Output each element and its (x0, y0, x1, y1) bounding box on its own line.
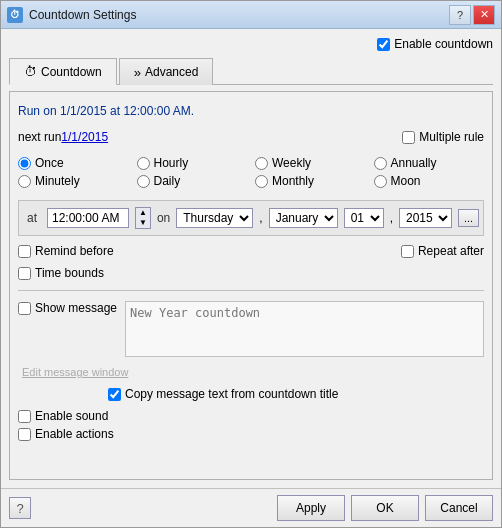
time-spin-up[interactable]: ▲ (136, 208, 150, 218)
close-button[interactable]: ✕ (473, 5, 495, 25)
ellipsis-button[interactable]: ... (458, 209, 479, 227)
comma1: , (259, 211, 262, 225)
title-bar: ⏱ Countdown Settings ? ✕ (1, 1, 501, 29)
show-message-checkbox[interactable] (18, 302, 31, 315)
next-run-date-link[interactable]: 1/1/2015 (61, 130, 108, 144)
month-select[interactable]: January (269, 208, 338, 228)
main-panel: Run on 1/1/2015 at 12:00:00 AM. next run… (9, 91, 493, 480)
cancel-button[interactable]: Cancel (425, 495, 493, 521)
enable-countdown-label[interactable]: Enable countdown (377, 37, 493, 51)
ok-button[interactable]: OK (351, 495, 419, 521)
radio-once[interactable]: Once (18, 156, 129, 170)
radio-hourly-input[interactable] (137, 157, 150, 170)
apply-button[interactable]: Apply (277, 495, 345, 521)
radio-minutely-input[interactable] (18, 175, 31, 188)
on-label: on (157, 211, 170, 225)
at-label: at (27, 211, 41, 225)
top-bar: Enable countdown (9, 37, 493, 51)
remind-before-checkbox[interactable] (18, 245, 31, 258)
window-content: Enable countdown ⏱ Countdown » Advanced … (1, 29, 501, 488)
radio-daily[interactable]: Daily (137, 174, 248, 188)
radio-annually-input[interactable] (374, 157, 387, 170)
countdown-tab-icon: ⏱ (24, 64, 37, 79)
time-spin-down[interactable]: ▼ (136, 218, 150, 228)
time-bounds-checkbox[interactable] (18, 267, 31, 280)
day-of-week-select[interactable]: Thursday (176, 208, 253, 228)
radio-weekly[interactable]: Weekly (255, 156, 366, 170)
tab-advanced[interactable]: » Advanced (119, 58, 214, 85)
message-textarea[interactable] (125, 301, 484, 357)
comma2: , (390, 211, 393, 225)
time-input[interactable] (47, 208, 129, 228)
main-window: ⏱ Countdown Settings ? ✕ Enable countdow… (0, 0, 502, 528)
show-message-label[interactable]: Show message (18, 301, 117, 315)
edit-message-row: Edit message window (18, 365, 484, 379)
radio-moon[interactable]: Moon (374, 174, 485, 188)
radio-once-input[interactable] (18, 157, 31, 170)
radio-minutely[interactable]: Minutely (18, 174, 129, 188)
radio-moon-input[interactable] (374, 175, 387, 188)
repeat-after-check[interactable]: Repeat after (401, 244, 484, 258)
window-icon: ⏱ (7, 7, 23, 23)
message-row: Show message (18, 301, 484, 357)
time-row: at ▲ ▼ on Thursday , January 01 , (18, 200, 484, 236)
enable-sound-check[interactable]: Enable sound (18, 409, 484, 423)
radio-group: Once Hourly Weekly Annually Minutely (18, 152, 484, 192)
info-line: Run on 1/1/2015 at 12:00:00 AM. (18, 100, 484, 122)
tab-bar: ⏱ Countdown » Advanced (9, 57, 493, 85)
radio-monthly[interactable]: Monthly (255, 174, 366, 188)
tab-advanced-label: Advanced (145, 65, 198, 79)
tab-countdown-label: Countdown (41, 65, 102, 79)
radio-weekly-input[interactable] (255, 157, 268, 170)
help-button[interactable]: ? (9, 497, 31, 519)
next-run-text: next run1/1/2015 (18, 130, 108, 144)
multiple-rule-checkbox[interactable] (402, 131, 415, 144)
radio-monthly-input[interactable] (255, 175, 268, 188)
radio-daily-input[interactable] (137, 175, 150, 188)
footer-left: ? (9, 497, 31, 519)
footer-buttons: Apply OK Cancel (277, 495, 493, 521)
time-bounds-check[interactable]: Time bounds (18, 266, 484, 280)
options-row: Remind before Repeat after (18, 244, 484, 258)
tab-countdown[interactable]: ⏱ Countdown (9, 58, 117, 85)
next-run-prefix: next run (18, 130, 61, 144)
bottom-checks: Enable sound Enable actions (18, 409, 484, 441)
enable-actions-check[interactable]: Enable actions (18, 427, 484, 441)
divider1 (18, 290, 484, 291)
multiple-rule-label[interactable]: Multiple rule (402, 130, 484, 144)
radio-hourly[interactable]: Hourly (137, 156, 248, 170)
advanced-tab-icon: » (134, 65, 141, 80)
enable-countdown-checkbox[interactable] (377, 38, 390, 51)
repeat-after-checkbox[interactable] (401, 245, 414, 258)
remind-before-check[interactable]: Remind before (18, 244, 114, 258)
copy-text-row: Copy message text from countdown title (18, 387, 484, 401)
enable-actions-checkbox[interactable] (18, 428, 31, 441)
edit-message-link[interactable]: Edit message window (20, 366, 128, 378)
title-bar-buttons: ? ✕ (449, 5, 495, 25)
radio-annually[interactable]: Annually (374, 156, 485, 170)
help-title-button[interactable]: ? (449, 5, 471, 25)
next-run-row: next run1/1/2015 Multiple rule (18, 130, 484, 144)
enable-sound-checkbox[interactable] (18, 410, 31, 423)
copy-text-checkbox[interactable] (108, 388, 121, 401)
time-spinner[interactable]: ▲ ▼ (135, 207, 151, 229)
day-select[interactable]: 01 (344, 208, 384, 228)
year-select[interactable]: 2015 (399, 208, 452, 228)
footer: ? Apply OK Cancel (1, 488, 501, 527)
window-title: Countdown Settings (29, 8, 449, 22)
